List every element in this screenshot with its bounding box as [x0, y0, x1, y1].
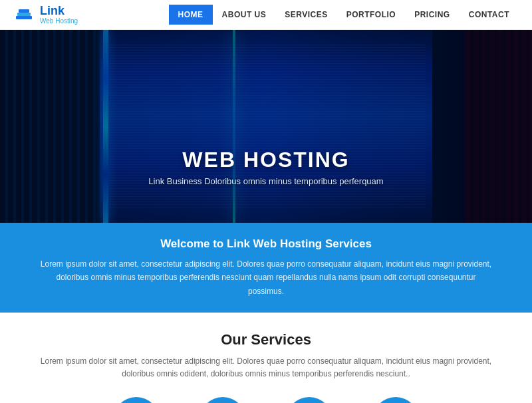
logo-subtitle: Web Hosting [40, 17, 78, 25]
svg-rect-1 [17, 13, 31, 16]
hero-title: WEB HOSTING [0, 148, 532, 172]
site-header: Link Web Hosting HOME ABOUT US SERVICES … [0, 0, 532, 30]
blue-band-body: Lorem ipsum dolor sit amet, consectetur … [40, 257, 492, 298]
service-item-dashboard [286, 397, 332, 403]
nav-home[interactable]: HOME [169, 5, 213, 25]
blue-band: Welcome to Link Web Hosting Services Lor… [0, 223, 532, 313]
logo-text: Link Web Hosting [40, 5, 78, 25]
logo-name: Link [40, 5, 78, 18]
svg-rect-0 [16, 16, 32, 19]
services-heading: Our Services [27, 331, 505, 348]
svg-rect-2 [19, 9, 29, 13]
blue-band-heading: Welcome to Link Web Hosting Services [40, 237, 492, 251]
main-nav: HOME ABOUT US SERVICES PORTFOLIO PRICING… [169, 5, 519, 25]
logo-icon [13, 4, 35, 25]
nav-services[interactable]: SERVICES [275, 5, 336, 25]
dashboard-icon-circle [286, 397, 332, 403]
trophy-icon-circle [372, 397, 419, 403]
nav-contact[interactable]: CONTACT [460, 5, 519, 25]
service-item-trophy [372, 397, 419, 403]
service-item-tools [200, 397, 246, 403]
cloud-icon-circle [113, 397, 160, 403]
tools-icon-circle [200, 397, 246, 403]
nav-pricing[interactable]: PRICING [405, 5, 460, 25]
hero-section: WEB HOSTING Link Business Doloribus omni… [0, 30, 532, 223]
service-icons-container [27, 397, 505, 403]
nav-about[interactable]: ABOUT US [213, 5, 276, 25]
service-item-cloud [113, 397, 160, 403]
hero-content: WEB HOSTING Link Business Doloribus omni… [0, 148, 532, 186]
hero-overlay [0, 30, 532, 223]
nav-portfolio[interactable]: PORTFOLIO [337, 5, 406, 25]
services-section: Our Services Lorem ipsum dolor sit amet,… [0, 313, 532, 403]
hero-subtitle: Link Business Doloribus omnis minus temp… [0, 176, 532, 186]
services-description: Lorem ipsum dolor sit amet, consectetur … [40, 355, 492, 380]
logo: Link Web Hosting [13, 4, 78, 25]
